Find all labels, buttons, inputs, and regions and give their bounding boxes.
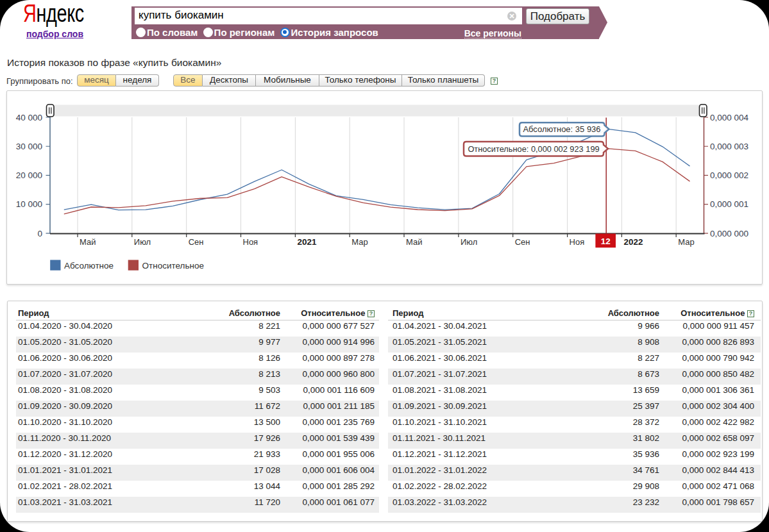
svg-text:Июл: Июл <box>461 237 477 247</box>
svg-text:Сен: Сен <box>189 237 204 247</box>
svg-text:Май: Май <box>80 237 96 247</box>
svg-text:Июл: Июл <box>134 237 151 247</box>
svg-text:Сен: Сен <box>515 237 530 247</box>
svg-text:0: 0 <box>37 229 42 238</box>
svg-text:0,000 004: 0,000 004 <box>710 113 749 122</box>
svg-text:Ноя: Ноя <box>243 237 258 247</box>
svg-text:10 000: 10 000 <box>16 199 42 209</box>
svg-text:Мар: Мар <box>678 237 694 247</box>
svg-text:0,000 001: 0,000 001 <box>710 199 748 209</box>
svg-text:Май: Май <box>406 237 422 247</box>
svg-text:Абсолютное: Абсолютное <box>64 261 114 270</box>
svg-text:Мар: Мар <box>351 237 368 247</box>
svg-text:40 000: 40 000 <box>16 113 42 122</box>
svg-text:2022: 2022 <box>623 237 643 247</box>
svg-text:20 000: 20 000 <box>16 170 42 180</box>
svg-text:30 000: 30 000 <box>16 142 42 151</box>
svg-text:2021: 2021 <box>297 237 317 247</box>
svg-text:Абсолютное: 35 936: Абсолютное: 35 936 <box>523 124 600 134</box>
svg-text:12: 12 <box>601 237 611 246</box>
svg-text:0,000 003: 0,000 003 <box>710 142 748 151</box>
svg-text:0,000 000: 0,000 000 <box>710 229 748 238</box>
svg-text:0,000 002: 0,000 002 <box>710 170 748 180</box>
svg-text:Относительное: 0,000 002 923 1: Относительное: 0,000 002 923 199 <box>468 144 599 154</box>
svg-text:Относительное: Относительное <box>142 261 204 270</box>
svg-text:Ноя: Ноя <box>570 237 585 247</box>
